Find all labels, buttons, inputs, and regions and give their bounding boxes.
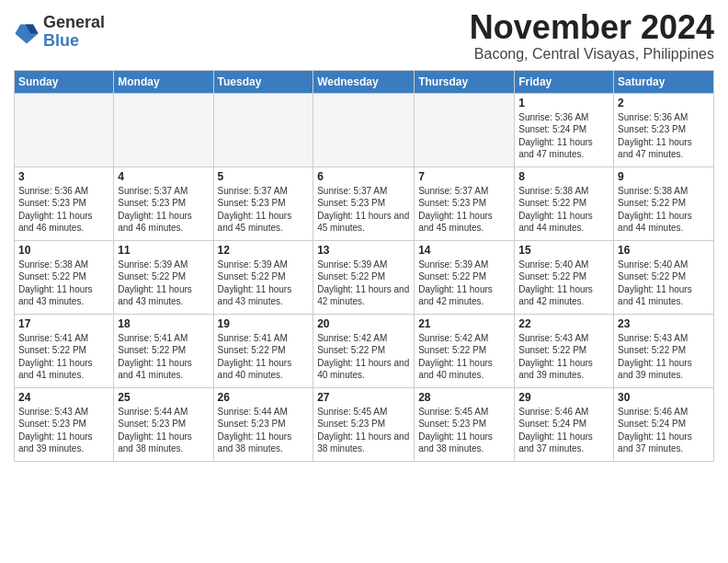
day-number: 17 (18, 317, 109, 330)
day-info: Sunrise: 5:36 AM Sunset: 5:23 PM Dayligh… (618, 111, 710, 161)
calendar-day-cell: 5Sunrise: 5:37 AM Sunset: 5:23 PM Daylig… (213, 167, 313, 240)
day-number: 25 (118, 391, 209, 404)
day-info: Sunrise: 5:38 AM Sunset: 5:22 PM Dayligh… (618, 185, 710, 235)
day-number: 27 (317, 391, 410, 404)
calendar-day-cell: 16Sunrise: 5:40 AM Sunset: 5:22 PM Dayli… (614, 240, 714, 314)
day-number: 1 (518, 97, 609, 109)
day-info: Sunrise: 5:46 AM Sunset: 5:24 PM Dayligh… (618, 406, 710, 455)
weekday-header: Monday (114, 70, 213, 93)
page-header: General Blue November 2024 Bacong, Centr… (14, 9, 714, 63)
calendar-day-cell: 25Sunrise: 5:44 AM Sunset: 5:23 PM Dayli… (114, 387, 213, 461)
day-number: 16 (618, 244, 710, 257)
calendar-day-cell: 8Sunrise: 5:38 AM Sunset: 5:22 PM Daylig… (515, 167, 614, 240)
day-number: 18 (118, 317, 209, 330)
calendar-day-cell: 17Sunrise: 5:41 AM Sunset: 5:22 PM Dayli… (15, 314, 114, 387)
day-info: Sunrise: 5:44 AM Sunset: 5:23 PM Dayligh… (218, 406, 310, 455)
calendar-day-cell (313, 93, 415, 167)
day-number: 21 (418, 317, 510, 330)
calendar-day-cell: 23Sunrise: 5:43 AM Sunset: 5:22 PM Dayli… (614, 314, 714, 387)
day-number: 14 (418, 244, 510, 257)
logo-general: General (43, 13, 105, 31)
calendar-week-row: 3Sunrise: 5:36 AM Sunset: 5:23 PM Daylig… (15, 167, 714, 240)
weekday-header: Saturday (614, 70, 714, 93)
day-info: Sunrise: 5:42 AM Sunset: 5:22 PM Dayligh… (418, 332, 510, 382)
day-info: Sunrise: 5:42 AM Sunset: 5:22 PM Dayligh… (317, 332, 410, 382)
day-info: Sunrise: 5:46 AM Sunset: 5:24 PM Dayligh… (518, 406, 609, 455)
day-number: 19 (218, 317, 310, 330)
calendar-day-cell: 22Sunrise: 5:43 AM Sunset: 5:22 PM Dayli… (515, 314, 614, 387)
calendar-week-row: 24Sunrise: 5:43 AM Sunset: 5:23 PM Dayli… (15, 387, 714, 461)
title-block: November 2024 Bacong, Central Visayas, P… (470, 9, 714, 63)
day-info: Sunrise: 5:37 AM Sunset: 5:23 PM Dayligh… (118, 185, 209, 235)
calendar-day-cell: 29Sunrise: 5:46 AM Sunset: 5:24 PM Dayli… (515, 387, 614, 461)
day-number: 5 (218, 170, 310, 183)
calendar-day-cell: 12Sunrise: 5:39 AM Sunset: 5:22 PM Dayli… (213, 240, 313, 314)
day-info: Sunrise: 5:36 AM Sunset: 5:23 PM Dayligh… (18, 185, 109, 235)
calendar-week-row: 10Sunrise: 5:38 AM Sunset: 5:22 PM Dayli… (15, 240, 714, 314)
calendar-day-cell: 3Sunrise: 5:36 AM Sunset: 5:23 PM Daylig… (15, 167, 114, 240)
calendar-day-cell: 20Sunrise: 5:42 AM Sunset: 5:22 PM Dayli… (313, 314, 415, 387)
day-info: Sunrise: 5:45 AM Sunset: 5:23 PM Dayligh… (418, 406, 510, 455)
calendar-day-cell: 15Sunrise: 5:40 AM Sunset: 5:22 PM Dayli… (515, 240, 614, 314)
calendar-header-row: SundayMondayTuesdayWednesdayThursdayFrid… (15, 70, 714, 93)
weekday-header: Friday (515, 70, 614, 93)
day-number: 11 (118, 244, 209, 257)
day-info: Sunrise: 5:41 AM Sunset: 5:22 PM Dayligh… (218, 332, 310, 382)
calendar-day-cell: 11Sunrise: 5:39 AM Sunset: 5:22 PM Dayli… (114, 240, 213, 314)
logo: General Blue (14, 14, 105, 51)
day-info: Sunrise: 5:40 AM Sunset: 5:22 PM Dayligh… (518, 259, 609, 308)
calendar-week-row: 1Sunrise: 5:36 AM Sunset: 5:24 PM Daylig… (15, 93, 714, 167)
day-number: 30 (618, 391, 710, 404)
calendar-day-cell: 26Sunrise: 5:44 AM Sunset: 5:23 PM Dayli… (213, 387, 313, 461)
calendar-day-cell: 10Sunrise: 5:38 AM Sunset: 5:22 PM Dayli… (15, 240, 114, 314)
day-info: Sunrise: 5:44 AM Sunset: 5:23 PM Dayligh… (118, 406, 209, 455)
calendar-table: SundayMondayTuesdayWednesdayThursdayFrid… (14, 70, 714, 462)
day-number: 8 (518, 170, 609, 183)
day-number: 24 (18, 391, 109, 404)
day-number: 7 (418, 170, 510, 183)
calendar-day-cell: 30Sunrise: 5:46 AM Sunset: 5:24 PM Dayli… (614, 387, 714, 461)
calendar-day-cell: 18Sunrise: 5:41 AM Sunset: 5:22 PM Dayli… (114, 314, 213, 387)
day-info: Sunrise: 5:39 AM Sunset: 5:22 PM Dayligh… (418, 259, 510, 308)
day-info: Sunrise: 5:40 AM Sunset: 5:22 PM Dayligh… (618, 259, 710, 308)
calendar-day-cell (114, 93, 213, 167)
weekday-header: Tuesday (213, 70, 313, 93)
day-info: Sunrise: 5:39 AM Sunset: 5:22 PM Dayligh… (218, 259, 310, 308)
day-number: 28 (418, 391, 510, 404)
weekday-header: Thursday (415, 70, 515, 93)
calendar-day-cell (213, 93, 313, 167)
calendar-day-cell: 24Sunrise: 5:43 AM Sunset: 5:23 PM Dayli… (15, 387, 114, 461)
day-number: 15 (518, 244, 609, 257)
day-number: 9 (618, 170, 710, 183)
location-title: Bacong, Central Visayas, Philippines (470, 46, 714, 63)
calendar-day-cell: 21Sunrise: 5:42 AM Sunset: 5:22 PM Dayli… (415, 314, 515, 387)
day-info: Sunrise: 5:45 AM Sunset: 5:23 PM Dayligh… (317, 406, 410, 455)
day-info: Sunrise: 5:39 AM Sunset: 5:22 PM Dayligh… (317, 259, 410, 308)
calendar-day-cell: 4Sunrise: 5:37 AM Sunset: 5:23 PM Daylig… (114, 167, 213, 240)
day-number: 10 (18, 244, 109, 257)
day-info: Sunrise: 5:41 AM Sunset: 5:22 PM Dayligh… (18, 332, 109, 382)
day-number: 13 (317, 244, 410, 257)
day-info: Sunrise: 5:41 AM Sunset: 5:22 PM Dayligh… (118, 332, 209, 382)
day-info: Sunrise: 5:37 AM Sunset: 5:23 PM Dayligh… (218, 185, 310, 235)
day-number: 3 (18, 170, 109, 183)
day-info: Sunrise: 5:38 AM Sunset: 5:22 PM Dayligh… (518, 185, 609, 235)
calendar-day-cell: 9Sunrise: 5:38 AM Sunset: 5:22 PM Daylig… (614, 167, 714, 240)
day-info: Sunrise: 5:39 AM Sunset: 5:22 PM Dayligh… (118, 259, 209, 308)
calendar-day-cell: 27Sunrise: 5:45 AM Sunset: 5:23 PM Dayli… (313, 387, 415, 461)
calendar-day-cell (415, 93, 515, 167)
day-number: 23 (618, 317, 710, 330)
day-number: 26 (218, 391, 310, 404)
calendar-day-cell: 28Sunrise: 5:45 AM Sunset: 5:23 PM Dayli… (415, 387, 515, 461)
calendar-day-cell: 19Sunrise: 5:41 AM Sunset: 5:22 PM Dayli… (213, 314, 313, 387)
day-info: Sunrise: 5:37 AM Sunset: 5:23 PM Dayligh… (418, 185, 510, 235)
day-info: Sunrise: 5:43 AM Sunset: 5:23 PM Dayligh… (18, 406, 109, 455)
weekday-header: Sunday (15, 70, 114, 93)
day-info: Sunrise: 5:43 AM Sunset: 5:22 PM Dayligh… (518, 332, 609, 382)
day-number: 12 (218, 244, 310, 257)
day-number: 4 (118, 170, 209, 183)
month-title: November 2024 (470, 9, 714, 46)
calendar-week-row: 17Sunrise: 5:41 AM Sunset: 5:22 PM Dayli… (15, 314, 714, 387)
day-number: 22 (518, 317, 609, 330)
logo-blue: Blue (43, 31, 79, 50)
